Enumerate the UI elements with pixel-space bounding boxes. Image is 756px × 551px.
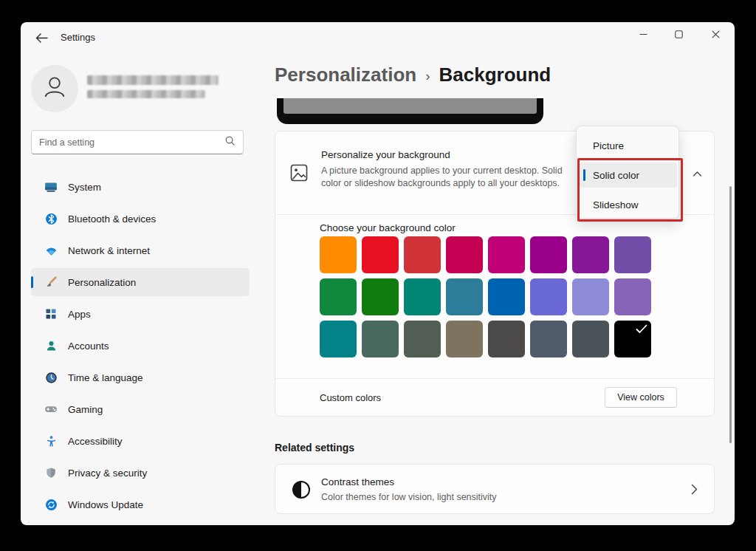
- breadcrumb-personalization[interactable]: Personalization: [275, 64, 416, 86]
- contrast-themes-description: Color themes for low vision, light sensi…: [321, 492, 497, 502]
- color-swatch[interactable]: [530, 321, 567, 357]
- sidebar-item-apps[interactable]: Apps: [31, 300, 250, 328]
- page-title: Background: [439, 64, 551, 86]
- contrast-themes-title: Contrast themes: [321, 476, 394, 487]
- contrast-icon: [292, 480, 311, 502]
- color-swatch[interactable]: [572, 321, 609, 357]
- settings-window: Settings System Bluetooth & devic: [21, 22, 735, 525]
- search-input[interactable]: [39, 137, 224, 148]
- selected-accent-bar: [31, 276, 33, 288]
- sidebar-item-accessibility[interactable]: Accessibility: [31, 427, 250, 455]
- color-swatch[interactable]: [614, 278, 651, 315]
- view-colors-button[interactable]: View colors: [605, 387, 677, 408]
- sidebar-item-network-internet[interactable]: Network & internet: [31, 236, 250, 264]
- color-swatch[interactable]: [404, 278, 441, 315]
- color-swatch[interactable]: [446, 236, 483, 273]
- color-swatch[interactable]: [404, 321, 441, 357]
- apps-icon: [44, 307, 58, 321]
- avatar[interactable]: [31, 65, 78, 112]
- update-icon: [44, 498, 58, 511]
- chevron-right-icon: [691, 484, 698, 498]
- color-swatch[interactable]: [488, 236, 525, 273]
- sidebar-item-label: Personalization: [68, 277, 136, 288]
- selected-accent-bar: [583, 169, 585, 181]
- shield-icon: [44, 466, 58, 479]
- close-button[interactable]: [698, 22, 732, 47]
- search-box[interactable]: [31, 130, 244, 154]
- sidebar-item-time-language[interactable]: Time & language: [31, 363, 250, 391]
- sidebar-item-label: System: [68, 182, 101, 193]
- user-email-redacted: [87, 90, 205, 98]
- dropdown-option-slideshow[interactable]: Slideshow: [580, 192, 677, 217]
- color-swatch[interactable]: [614, 236, 651, 273]
- sidebar-item-accounts[interactable]: Accounts: [31, 332, 250, 360]
- sidebar-item-bluetooth-devices[interactable]: Bluetooth & devices: [31, 205, 250, 233]
- dropdown-option-solid-color[interactable]: Solid color: [580, 162, 677, 188]
- sidebar-item-windows-update[interactable]: Windows Update: [31, 490, 250, 519]
- sidebar-item-label: Accessibility: [68, 436, 123, 447]
- custom-colors-row: Custom colors View colors: [275, 378, 714, 416]
- color-swatch[interactable]: [488, 321, 525, 357]
- desktop-preview-clipped: [277, 98, 543, 124]
- bluetooth-icon: [44, 212, 58, 225]
- sidebar-item-label: Apps: [68, 309, 91, 320]
- app-title: Settings: [61, 32, 95, 43]
- contrast-themes-card[interactable]: Contrast themes Color themes for low vis…: [275, 464, 715, 514]
- color-swatch[interactable]: [530, 278, 567, 315]
- breadcrumb: Personalization › Background: [275, 64, 551, 86]
- sidebar-nav: System Bluetooth & devices Network & int…: [31, 173, 250, 522]
- background-type-dropdown: Picture Solid color Slideshow: [576, 126, 679, 219]
- color-swatch[interactable]: [320, 321, 357, 357]
- back-arrow-icon: [35, 32, 48, 47]
- color-swatch[interactable]: [362, 236, 399, 273]
- color-swatch[interactable]: [362, 321, 399, 357]
- color-swatch[interactable]: [320, 236, 357, 273]
- color-swatch[interactable]: [446, 278, 483, 315]
- custom-colors-label: Custom colors: [320, 379, 381, 417]
- personalize-background-description: A picture background applies to your cur…: [321, 165, 581, 191]
- chevron-up-icon[interactable]: [693, 167, 702, 180]
- sidebar-item-personalization[interactable]: Personalization: [31, 268, 250, 296]
- back-button[interactable]: [30, 28, 53, 50]
- sidebar-item-label: Windows Update: [68, 499, 143, 510]
- close-icon: [712, 28, 720, 41]
- color-swatch[interactable]: [446, 321, 483, 357]
- color-swatch[interactable]: [404, 236, 441, 273]
- sidebar-item-label: Privacy & security: [68, 468, 147, 479]
- accessibility-icon: [44, 434, 58, 448]
- color-swatch[interactable]: [572, 278, 609, 315]
- accounts-icon: [44, 339, 58, 352]
- choose-background-color-section: Choose your background color: [275, 214, 714, 378]
- sidebar-item-privacy-security[interactable]: Privacy & security: [31, 459, 250, 487]
- sidebar-item-label: Network & internet: [68, 245, 150, 256]
- sidebar-item-label: Time & language: [68, 372, 143, 383]
- sidebar-item-label: Gaming: [68, 404, 103, 415]
- color-swatch[interactable]: [488, 278, 525, 315]
- gamepad-icon: [44, 403, 58, 416]
- sidebar-item-system[interactable]: System: [31, 173, 250, 201]
- personalize-background-title: Personalize your background: [321, 149, 450, 160]
- maximize-button[interactable]: [662, 22, 695, 47]
- sidebar-item-gaming[interactable]: Gaming: [31, 395, 250, 423]
- wifi-icon: [44, 244, 58, 257]
- sidebar-item-label: Bluetooth & devices: [68, 213, 156, 225]
- user-display-name-redacted: [87, 75, 219, 85]
- dropdown-option-picture[interactable]: Picture: [580, 133, 677, 158]
- breadcrumb-separator: ›: [425, 66, 430, 84]
- related-settings-heading: Related settings: [275, 442, 354, 454]
- color-swatch[interactable]: [530, 236, 567, 273]
- choose-color-title: Choose your background color: [320, 222, 456, 233]
- search-icon: [224, 135, 236, 149]
- minimize-button[interactable]: [626, 22, 660, 47]
- color-swatch[interactable]: [362, 278, 399, 315]
- person-icon: [38, 70, 72, 107]
- vertical-scrollbar[interactable]: [729, 186, 732, 443]
- color-swatch[interactable]: [572, 236, 609, 273]
- color-swatch[interactable]: [320, 278, 357, 315]
- background-color-grid: [320, 236, 651, 357]
- sidebar-item-label: Accounts: [68, 340, 109, 352]
- picture-icon: [290, 164, 308, 185]
- color-swatch[interactable]: [614, 321, 651, 357]
- desktop-preview-screen: [284, 98, 537, 114]
- maximize-icon: [675, 28, 683, 41]
